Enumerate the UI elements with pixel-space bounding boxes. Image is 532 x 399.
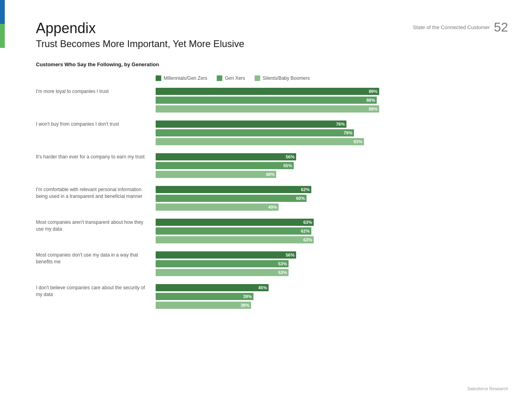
accent-bar (0, 0, 5, 48)
bar: 39% (156, 293, 253, 300)
bar-wrap: 60% (156, 194, 508, 202)
bar-wrap: 62% (156, 227, 508, 235)
row-label: I don't believe companies care about the… (36, 284, 156, 298)
bars-container: 56%53%53% (156, 251, 508, 277)
bar-wrap: 63% (156, 236, 508, 244)
footer-text: Salesforce Research (467, 386, 508, 391)
bar: 62% (156, 227, 311, 235)
chart-area: I'm more loyal to companies I trust89%88… (24, 87, 508, 309)
bar: 38% (156, 302, 251, 309)
top-right-text: State of the Connected Customer (413, 24, 490, 30)
bar-wrap: 89% (156, 87, 508, 95)
legend-color-millennials (156, 75, 161, 81)
bar-wrap: 56% (156, 251, 508, 259)
bar: 89% (156, 88, 379, 95)
bar: 49% (156, 203, 279, 211)
bar-wrap: 62% (156, 186, 508, 194)
chart-row: I don't believe companies care about the… (36, 284, 508, 309)
bar-wrap: 53% (156, 269, 508, 277)
chart-row: I'm more loyal to companies I trust89%88… (36, 87, 508, 113)
bar-wrap: 38% (156, 301, 508, 309)
appendix-label: Appendix (36, 20, 244, 37)
bars-container: 63%62%63% (156, 218, 508, 244)
row-label: I'm more loyal to companies I trust (36, 87, 156, 95)
accent-bar-bottom (0, 24, 5, 48)
bar-wrap: 83% (156, 138, 508, 146)
bar: 56% (156, 251, 296, 259)
chart-row: I won't buy from companies I don't trust… (36, 120, 508, 146)
bar-wrap: 88% (156, 96, 508, 104)
header-area: Appendix Trust Becomes More Important, Y… (24, 12, 508, 49)
bar: 60% (156, 195, 307, 202)
bars-container: 76%79%83% (156, 120, 508, 146)
bar: 88% (156, 97, 377, 104)
bar: 53% (156, 260, 289, 267)
bar: 63% (156, 236, 314, 243)
row-label: I'm comfortable with relevant personal i… (36, 186, 156, 200)
section-title: Customers Who Say the Following, by Gene… (24, 61, 508, 67)
row-label: Most companies aren't transparent about … (36, 218, 156, 233)
bars-container: 62%60%49% (156, 186, 508, 211)
chart-row: Most companies aren't transparent about … (36, 218, 508, 244)
bar: 55% (156, 162, 294, 169)
top-right: State of the Connected Customer 52 (413, 20, 508, 35)
legend-item-millennials: Millennials/Gen Zers (156, 75, 207, 81)
footer: Salesforce Research (467, 386, 508, 391)
bar-wrap: 48% (156, 170, 508, 178)
legend-item-silents: Silents/Baby Boomers (255, 75, 310, 81)
bar-wrap: 53% (156, 260, 508, 268)
bars-container: 56%55%48% (156, 153, 508, 178)
bar-wrap: 45% (156, 284, 508, 292)
chart-row: It's harder than ever for a company to e… (36, 153, 508, 178)
bar: 79% (156, 129, 354, 136)
bar-wrap: 63% (156, 218, 508, 226)
bar-wrap: 56% (156, 153, 508, 161)
bar-wrap: 89% (156, 105, 508, 113)
bar: 48% (156, 171, 276, 178)
bar: 83% (156, 138, 364, 145)
accent-bar-top (0, 0, 5, 24)
bar: 89% (156, 105, 379, 113)
bar-wrap: 39% (156, 292, 508, 300)
bar: 53% (156, 269, 289, 276)
bar-wrap: 55% (156, 162, 508, 170)
bar: 45% (156, 284, 269, 291)
row-label: I won't buy from companies I don't trust (36, 120, 156, 128)
bar: 76% (156, 120, 346, 128)
bar: 63% (156, 219, 314, 226)
bar: 62% (156, 186, 311, 193)
row-label: Most companies don't use my data in a wa… (36, 251, 156, 265)
legend-color-genx (217, 75, 222, 81)
row-label: It's harder than ever for a company to e… (36, 153, 156, 160)
bars-container: 45%39%38% (156, 284, 508, 309)
page-number: 52 (494, 20, 508, 35)
legend-label-silents: Silents/Baby Boomers (263, 75, 310, 81)
legend-color-silents (255, 75, 260, 81)
legend-item-genx: Gen Xers (217, 75, 245, 81)
bars-container: 89%88%89% (156, 87, 508, 113)
bar-wrap: 79% (156, 129, 508, 137)
page-subtitle: Trust Becomes More Important, Yet More E… (36, 38, 244, 49)
bar-wrap: 49% (156, 203, 508, 211)
chart-row: Most companies don't use my data in a wa… (36, 251, 508, 277)
bar-wrap: 76% (156, 120, 508, 128)
legend-label-genx: Gen Xers (225, 75, 245, 81)
bar: 56% (156, 153, 296, 160)
chart-row: I'm comfortable with relevant personal i… (36, 186, 508, 211)
legend: Millennials/Gen Zers Gen Xers Silents/Ba… (156, 75, 508, 81)
legend-label-millennials: Millennials/Gen Zers (164, 75, 207, 81)
